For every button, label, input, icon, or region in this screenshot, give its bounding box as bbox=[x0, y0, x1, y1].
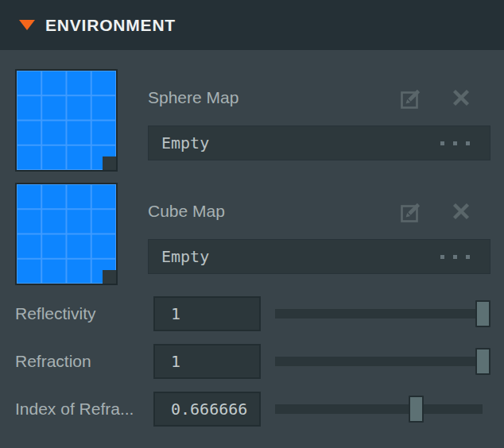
reflectivity-input[interactable] bbox=[153, 296, 261, 331]
thumbnail-corner-notch bbox=[103, 270, 116, 284]
section-title: ENVIRONMENT bbox=[45, 16, 176, 35]
x-icon[interactable] bbox=[452, 88, 471, 107]
refraction-row: Refraction bbox=[15, 344, 490, 379]
cube-map-group: Cube Map bbox=[15, 183, 490, 285]
reflectivity-slider-handle[interactable] bbox=[475, 300, 490, 327]
index-of-refraction-label: Index of Refra... bbox=[15, 400, 153, 419]
edit-icon[interactable] bbox=[399, 86, 423, 110]
environment-panel: ENVIRONMENT Sphere Map bbox=[0, 0, 504, 448]
slider-track bbox=[275, 309, 483, 319]
sphere-map-controls: Sphere Map bbox=[148, 69, 490, 172]
refraction-input[interactable] bbox=[153, 344, 261, 379]
x-icon[interactable] bbox=[452, 202, 471, 221]
ellipsis-icon[interactable] bbox=[440, 141, 470, 145]
index-of-refraction-row: Index of Refra... bbox=[15, 392, 490, 427]
sphere-map-head: Sphere Map bbox=[148, 69, 490, 126]
cube-map-head: Cube Map bbox=[148, 183, 490, 239]
slider-track bbox=[275, 404, 483, 414]
reflectivity-label: Reflectivity bbox=[15, 304, 153, 323]
sphere-map-asset-field[interactable]: Empty bbox=[148, 126, 490, 160]
edit-icon[interactable] bbox=[399, 199, 423, 223]
refraction-slider[interactable] bbox=[275, 347, 490, 376]
refraction-slider-handle[interactable] bbox=[475, 348, 490, 375]
ellipsis-icon[interactable] bbox=[440, 255, 470, 259]
sphere-map-asset-value: Empty bbox=[161, 133, 440, 153]
refraction-label: Refraction bbox=[15, 352, 153, 371]
reflectivity-row: Reflectivity bbox=[15, 296, 490, 331]
environment-section-header[interactable]: ENVIRONMENT bbox=[0, 0, 504, 50]
cube-map-controls: Cube Map bbox=[148, 183, 490, 285]
cube-map-asset-value: Empty bbox=[161, 247, 440, 266]
cube-map-asset-field[interactable]: Empty bbox=[148, 239, 490, 274]
index-of-refraction-input[interactable] bbox=[153, 392, 261, 427]
index-of-refraction-slider-handle[interactable] bbox=[409, 396, 424, 423]
slider-track bbox=[275, 357, 483, 366]
collapse-triangle-icon[interactable] bbox=[19, 20, 35, 30]
sphere-map-thumbnail[interactable] bbox=[15, 69, 118, 172]
sphere-map-group: Sphere Map bbox=[15, 69, 490, 172]
environment-section-body: Sphere Map bbox=[0, 50, 504, 427]
cube-map-thumbnail[interactable] bbox=[15, 183, 118, 285]
sphere-map-label: Sphere Map bbox=[148, 88, 399, 107]
reflectivity-slider[interactable] bbox=[275, 299, 490, 328]
index-of-refraction-slider[interactable] bbox=[275, 395, 490, 423]
cube-map-label: Cube Map bbox=[148, 202, 399, 221]
thumbnail-corner-notch bbox=[103, 156, 116, 170]
